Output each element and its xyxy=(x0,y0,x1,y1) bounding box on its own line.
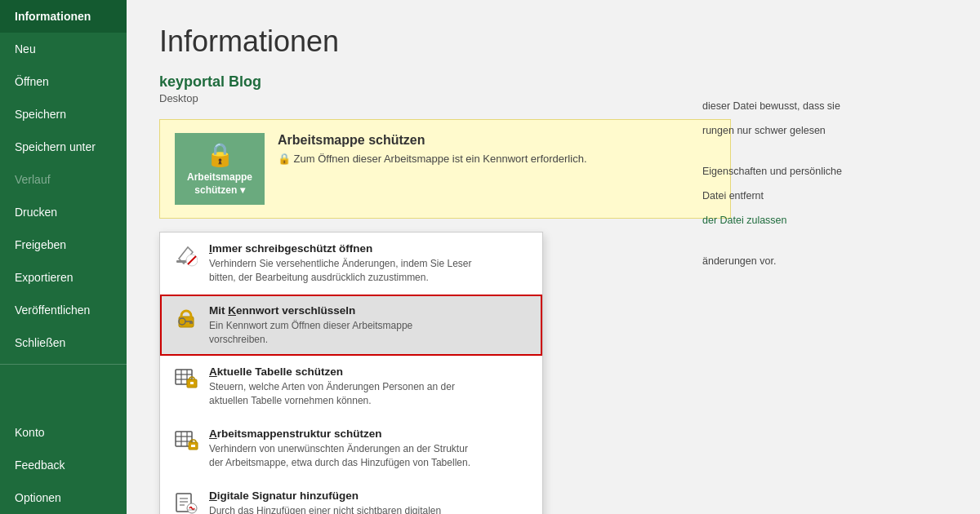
info-link[interactable]: der Datei zulassen xyxy=(702,215,787,226)
info-text-4: Datei entfernt xyxy=(702,188,956,204)
dropdown-item-digitale-signatur[interactable]: Digitale Signatur hinzufügen Durch das H… xyxy=(160,480,542,514)
dropdown-item-text: Immer schreibgeschützt öffnen Verhindern… xyxy=(209,242,472,285)
page-title: Informationen xyxy=(159,24,947,59)
dropdown-item-text-kennwort: Mit Kennwort verschlüsseln Ein Kennwort … xyxy=(209,304,412,347)
banner-description: 🔒 Zum Öffnen dieser Arbeitsmappe ist ein… xyxy=(278,153,587,165)
dropdown-item-desc-kennwort: Ein Kennwort zum Öffnen dieser Arbeitsma… xyxy=(209,319,412,347)
sidebar-item-oeffnen[interactable]: Öffnen xyxy=(0,65,127,98)
dropdown-item-mit-kennwort[interactable]: Mit Kennwort verschlüsseln Ein Kennwort … xyxy=(160,295,542,357)
protection-banner: 🔒 Arbeitsmappeschützen ▾ Arbeitsmappe sc… xyxy=(159,119,731,219)
sidebar-item-drucken[interactable]: Drucken xyxy=(0,196,127,228)
sidebar-item-veroeffentlichen[interactable]: Veröffentlichen xyxy=(0,294,127,326)
svg-rect-15 xyxy=(190,382,194,384)
dropdown-menu: Immer schreibgeschützt öffnen Verhindern… xyxy=(159,232,543,514)
banner-text: Arbeitsmappe schützen 🔒 Zum Öffnen diese… xyxy=(278,133,587,165)
dropdown-item-text-signatur: Digitale Signatur hinzufügen Durch das H… xyxy=(209,490,442,514)
workbook-lock-icon xyxy=(173,428,199,454)
sidebar-item-verlauf: Verlauf xyxy=(0,163,127,196)
info-right: dieser Datei bewusst, dass sie rungen nu… xyxy=(702,98,956,277)
info-text-1: dieser Datei bewusst, dass sie xyxy=(702,98,956,114)
dropdown-item-title: Immer schreibgeschützt öffnen xyxy=(209,242,472,255)
dropdown-item-arbeitsmappenstruktur[interactable]: Arbeitsmappenstruktur schützen Verhinder… xyxy=(160,418,542,480)
sidebar-item-konto[interactable]: Konto xyxy=(0,416,127,449)
dropdown-item-desc-arbeitsmappenstruktur: Verhindern von unerwünschten Änderungen … xyxy=(209,442,470,470)
sidebar-item-optionen[interactable]: Optionen xyxy=(0,481,127,514)
dropdown-item-desc: Verhindern Sie versehentliche Änderungen… xyxy=(209,257,472,285)
dropdown-item-title-arbeitsmappenstruktur: Arbeitsmappenstruktur schützen xyxy=(209,428,470,440)
file-name: keyportal Blog xyxy=(159,73,947,91)
sidebar: Informationen Neu Öffnen Speichern Speic… xyxy=(0,0,127,514)
sidebar-item-schliessen[interactable]: Schließen xyxy=(0,326,127,359)
sidebar-item-informationen[interactable]: Informationen xyxy=(0,0,127,33)
dropdown-item-text-arbeitsmappenstruktur: Arbeitsmappenstruktur schützen Verhinder… xyxy=(209,428,470,470)
dropdown-item-aktuelle-tabelle[interactable]: Aktuelle Tabelle schützen Steuern, welch… xyxy=(160,356,542,418)
sidebar-divider xyxy=(0,364,127,365)
dropdown-item-title-signatur: Digitale Signatur hinzufügen xyxy=(209,490,442,502)
protect-button-label: Arbeitsmappeschützen ▾ xyxy=(187,171,252,197)
table-lock-icon xyxy=(173,366,199,392)
dropdown-item-desc-signatur: Durch das Hinzufügen einer nicht sichtba… xyxy=(209,504,442,514)
pencil-strike-icon xyxy=(173,242,199,268)
svg-rect-22 xyxy=(191,445,195,447)
dropdown-item-text-tabelle: Aktuelle Tabelle schützen Steuern, welch… xyxy=(209,366,455,408)
info-text-2: rungen nur schwer gelesen xyxy=(702,122,956,139)
sidebar-spacer xyxy=(0,370,127,416)
info-text-5: änderungen vor. xyxy=(702,253,956,269)
sidebar-item-exportieren[interactable]: Exportieren xyxy=(0,261,127,294)
dropdown-item-title-kennwort: Mit Kennwort verschlüsseln xyxy=(209,304,412,317)
info-text-3: Eigenschaften und persönliche xyxy=(702,163,956,179)
signature-icon xyxy=(173,490,199,514)
sidebar-item-neu[interactable]: Neu xyxy=(0,33,127,65)
sidebar-item-feedback[interactable]: Feedback xyxy=(0,449,127,481)
key-lock-icon xyxy=(173,304,199,330)
banner-title: Arbeitsmappe schützen xyxy=(278,133,587,148)
dropdown-item-title-tabelle: Aktuelle Tabelle schützen xyxy=(209,366,455,378)
dropdown-item-desc-tabelle: Steuern, welche Arten von Änderungen Per… xyxy=(209,380,455,408)
sidebar-item-speichern[interactable]: Speichern xyxy=(0,98,127,131)
dropdown-item-immer-schreibgeschuetzt[interactable]: Immer schreibgeschützt öffnen Verhindern… xyxy=(160,233,542,295)
sidebar-item-speichern-unter[interactable]: Speichern unter xyxy=(0,131,127,163)
protect-button[interactable]: 🔒 Arbeitsmappeschützen ▾ xyxy=(175,133,265,205)
main-content: Informationen keyportal Blog Desktop 🔒 A… xyxy=(127,0,980,514)
lock-icon: 🔒 xyxy=(206,141,234,168)
sidebar-item-freigeben[interactable]: Freigeben xyxy=(0,228,127,261)
